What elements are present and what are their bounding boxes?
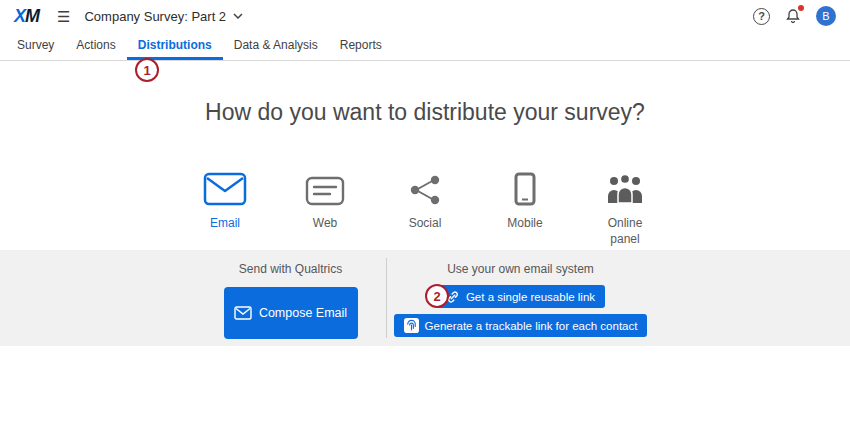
topbar: XM ☰ Company Survey: Part 2 ? B — [0, 0, 850, 32]
tab-actions[interactable]: Actions — [65, 32, 126, 60]
channel-web-label: Web — [313, 216, 337, 232]
help-icon[interactable]: ? — [753, 8, 770, 25]
page-title: How do you want to distribute your surve… — [0, 99, 850, 126]
channel-web[interactable]: Web — [293, 168, 357, 247]
channel-email[interactable]: Email — [193, 168, 257, 247]
notifications-button[interactable] — [785, 8, 801, 24]
send-with-qualtrics-section: Send with Qualtrics Compose Email — [196, 250, 386, 346]
channel-mobile[interactable]: Mobile — [493, 168, 557, 247]
tab-reports[interactable]: Reports — [329, 32, 393, 60]
chevron-down-icon — [233, 13, 243, 19]
xm-logo-x: X — [14, 6, 25, 26]
trackable-link-button[interactable]: Generate a trackable link for each conta… — [394, 314, 648, 337]
survey-name-dropdown[interactable]: Company Survey: Part 2 — [84, 9, 243, 24]
compose-email-button[interactable]: Compose Email — [224, 287, 358, 339]
tab-data-analysis[interactable]: Data & Analysis — [223, 32, 329, 60]
own-email-system-heading: Use your own email system — [447, 262, 594, 276]
avatar[interactable]: B — [816, 6, 836, 26]
channel-mobile-label: Mobile — [507, 216, 542, 232]
project-nav: Survey Actions Distributions Data & Anal… — [0, 32, 850, 61]
step-annotation-2: 2 — [425, 284, 449, 308]
fingerprint-icon — [404, 318, 419, 333]
step-annotation-1: 1 — [135, 58, 159, 82]
send-with-qualtrics-heading: Send with Qualtrics — [196, 262, 386, 276]
social-share-icon — [408, 168, 442, 206]
survey-name-label: Company Survey: Part 2 — [84, 9, 226, 24]
topbar-right: ? B — [753, 6, 836, 26]
single-reusable-link-label: Get a single reusable link — [466, 291, 595, 303]
channel-social[interactable]: Social — [393, 168, 457, 247]
app-window: XM ☰ Company Survey: Part 2 ? B Survey A… — [0, 0, 850, 425]
channel-picker: Email Web Soci — [0, 168, 850, 247]
notification-dot — [798, 5, 804, 11]
online-panel-people-icon — [606, 168, 644, 206]
envelope-icon — [234, 306, 252, 320]
email-icon — [203, 168, 247, 206]
xm-logo[interactable]: XM — [14, 7, 39, 25]
trackable-link-label: Generate a trackable link for each conta… — [425, 320, 638, 332]
tab-survey[interactable]: Survey — [6, 32, 65, 60]
channel-online-panel-label: Online panel — [593, 216, 657, 247]
compose-email-label: Compose Email — [259, 306, 347, 320]
single-reusable-link-button[interactable]: Get a single reusable link — [436, 285, 605, 308]
xm-logo-m: M — [25, 6, 39, 26]
web-icon — [305, 168, 345, 206]
channel-social-label: Social — [409, 216, 442, 232]
channel-online-panel[interactable]: Online panel — [593, 168, 657, 247]
channel-email-label: Email — [210, 216, 240, 232]
mobile-phone-icon — [514, 168, 536, 206]
hamburger-menu-icon[interactable]: ☰ — [57, 9, 70, 24]
tab-distributions[interactable]: Distributions — [127, 32, 223, 60]
